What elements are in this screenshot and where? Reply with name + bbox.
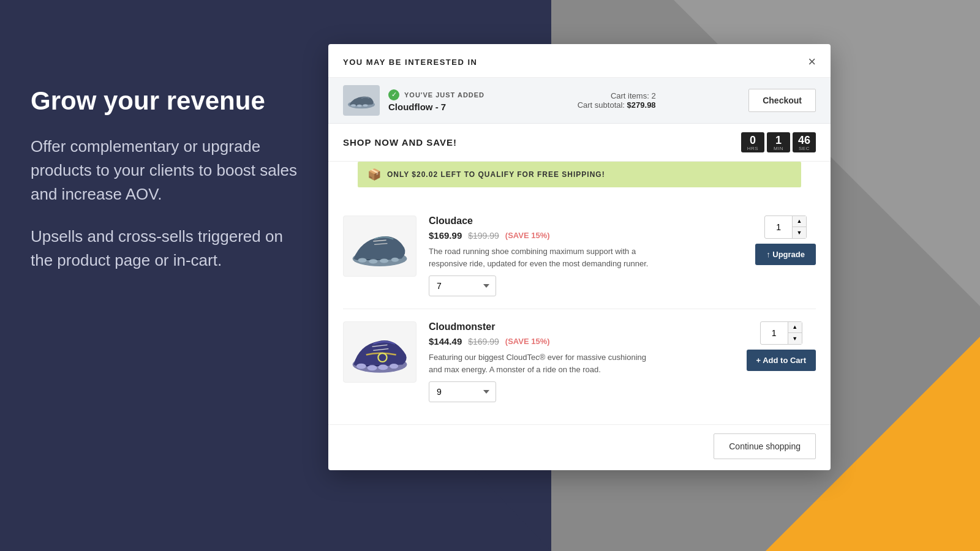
- shipping-bar: 📦 ONLY $20.02 LEFT TO QUALIFY FOR FREE S…: [358, 162, 801, 187]
- modal-footer: Continue shopping: [328, 424, 831, 470]
- cloudmonster-name: Cloudmonster: [429, 321, 734, 332]
- countdown: 0 HRS 1 MIN 46 SEC: [741, 132, 816, 152]
- cart-items-label: Cart items: 2: [578, 91, 656, 100]
- svg-point-3: [363, 104, 368, 107]
- shipping-text: ONLY $20.02 LEFT TO QUALIFY FOR FREE SHI…: [387, 170, 605, 179]
- cloudace-qty-input[interactable]: [765, 219, 792, 236]
- added-product-name: Cloudflow - 7: [388, 102, 484, 112]
- countdown-hours: 0 HRS: [741, 132, 764, 152]
- cloudace-price-row: $169.99 $199.99 (SAVE 15%): [429, 230, 743, 241]
- cart-subtotal-value: $279.98: [627, 100, 656, 110]
- added-info: ✓ YOU'VE JUST ADDED Cloudflow - 7: [388, 89, 484, 112]
- continue-shopping-button[interactable]: Continue shopping: [714, 433, 816, 459]
- cloudace-qty-wrapper: ▲ ▼: [764, 216, 807, 239]
- svg-point-12: [356, 364, 366, 369]
- added-product-image: [343, 85, 380, 116]
- cloudace-price-save: (SAVE 15%): [505, 231, 550, 240]
- modal-title: YOU MAY BE INTERESTED IN: [343, 58, 477, 67]
- cloudace-image: [343, 216, 417, 277]
- cloudmonster-shoe-icon: [346, 328, 413, 377]
- cloudmonster-qty-up[interactable]: ▲: [788, 322, 802, 333]
- cloudace-name: Cloudace: [429, 216, 743, 227]
- left-paragraph1: Offer complementary or upgrade products …: [31, 135, 306, 206]
- svg-point-13: [368, 365, 377, 370]
- modal-header: YOU MAY BE INTERESTED IN ×: [328, 44, 831, 78]
- svg-point-7: [380, 258, 388, 263]
- svg-point-5: [358, 258, 366, 263]
- svg-point-1: [351, 104, 356, 107]
- cloudace-qty-arrows: ▲ ▼: [792, 216, 806, 238]
- cloudflow-shoe-icon: [345, 88, 377, 113]
- left-heading: Grow your revenue: [31, 86, 306, 116]
- cart-info: Cart items: 2 Cart subtotal: $279.98: [578, 91, 656, 110]
- cloudmonster-price-current: $144.49: [429, 336, 462, 347]
- cloudmonster-qty-input[interactable]: [761, 324, 788, 342]
- checkout-button[interactable]: Checkout: [748, 89, 816, 112]
- cloudmonster-qty-wrapper: ▲ ▼: [760, 321, 802, 345]
- svg-point-2: [357, 105, 362, 107]
- cloudmonster-details: Cloudmonster $144.49 $169.99 (SAVE 15%) …: [429, 321, 734, 402]
- svg-point-6: [369, 259, 377, 263]
- cloudmonster-description: Featuring our biggest CloudTec® ever for…: [429, 351, 649, 375]
- cloudace-upgrade-button[interactable]: ↑ Upgrade: [755, 244, 816, 265]
- cloudmonster-qty-arrows: ▲ ▼: [788, 322, 802, 344]
- added-label-row: ✓ YOU'VE JUST ADDED: [388, 89, 484, 100]
- close-button[interactable]: ×: [808, 55, 816, 69]
- countdown-minutes: 1 MIN: [767, 132, 790, 152]
- cloudace-size-select[interactable]: 5 6 7 8 9 10 11: [429, 276, 496, 296]
- left-paragraph2: Upsells and cross-sells triggered on the…: [31, 225, 306, 272]
- cart-subtotal-label: Cart subtotal:: [578, 100, 625, 110]
- cloudace-price-original: $199.99: [468, 231, 499, 241]
- shipping-icon: 📦: [368, 168, 381, 181]
- cloudace-price-current: $169.99: [429, 230, 462, 241]
- add-to-cart-button[interactable]: + Add to Cart: [747, 350, 816, 371]
- cloudmonster-qty-down[interactable]: ▼: [788, 333, 802, 344]
- cloudmonster-price-row: $144.49 $169.99 (SAVE 15%): [429, 336, 734, 347]
- modal: YOU MAY BE INTERESTED IN × ✓ YOU'VE: [328, 44, 831, 470]
- cloudmonster-action: ▲ ▼ + Add to Cart: [747, 321, 816, 371]
- cart-subtotal-row: Cart subtotal: $279.98: [578, 100, 656, 110]
- countdown-seconds: 46 SEC: [793, 132, 816, 152]
- cloudmonster-price-save: (SAVE 15%): [505, 337, 550, 346]
- cloudmonster-image: [343, 321, 417, 383]
- added-bar-left: ✓ YOU'VE JUST ADDED Cloudflow - 7: [343, 85, 484, 116]
- product-row-cloudmonster: Cloudmonster $144.49 $169.99 (SAVE 15%) …: [343, 309, 816, 414]
- cloudace-qty-up[interactable]: ▲: [793, 216, 806, 227]
- added-bar: ✓ YOU'VE JUST ADDED Cloudflow - 7 Cart i…: [328, 78, 831, 124]
- products-area: Cloudace $169.99 $199.99 (SAVE 15%) The …: [328, 193, 831, 424]
- shop-now-bar: SHOP NOW AND SAVE! 0 HRS 1 MIN 46 SEC: [328, 124, 831, 162]
- check-icon: ✓: [388, 89, 399, 100]
- left-panel: Grow your revenue Offer complementary or…: [31, 86, 306, 291]
- shop-now-label: SHOP NOW AND SAVE!: [343, 137, 457, 148]
- cloudace-qty-down[interactable]: ▼: [793, 227, 806, 238]
- shipping-bar-wrapper: 📦 ONLY $20.02 LEFT TO QUALIFY FOR FREE S…: [328, 162, 831, 193]
- cloudace-description: The road running shoe combining maximum …: [429, 246, 649, 269]
- cloudmonster-size-select[interactable]: 6 7 8 9 10 11: [429, 381, 496, 402]
- svg-point-8: [391, 258, 399, 262]
- cloudace-shoe-icon: [346, 222, 413, 271]
- cloudmonster-price-original: $169.99: [468, 337, 499, 347]
- added-label: YOU'VE JUST ADDED: [404, 91, 484, 99]
- cloudace-details: Cloudace $169.99 $199.99 (SAVE 15%) The …: [429, 216, 743, 296]
- svg-point-15: [390, 364, 398, 369]
- svg-point-14: [378, 364, 388, 370]
- product-row-cloudace: Cloudace $169.99 $199.99 (SAVE 15%) The …: [343, 203, 816, 309]
- cloudace-action: ▲ ▼ ↑ Upgrade: [755, 216, 816, 265]
